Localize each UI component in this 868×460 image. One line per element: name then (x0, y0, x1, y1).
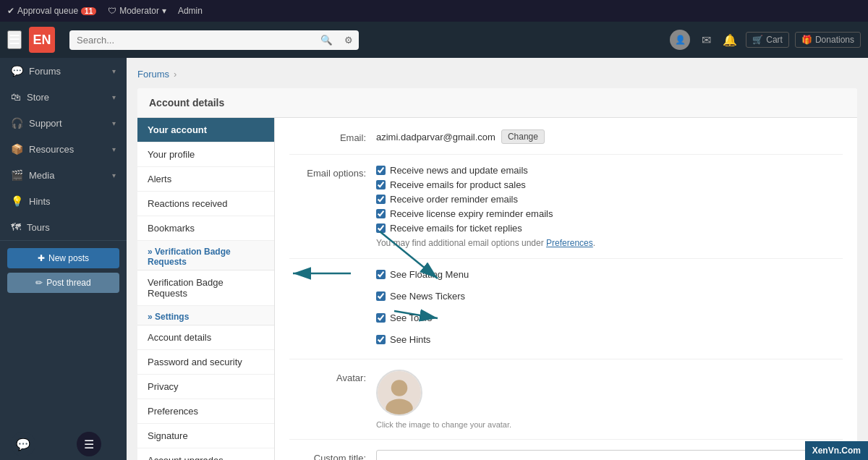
panel-nav-bookmarks[interactable]: Bookmarks (137, 216, 274, 241)
notifications-button[interactable]: 🔔 (720, 30, 740, 50)
see-tours-row: See Tours (289, 312, 843, 330)
forums-icon: 💬 (11, 65, 23, 77)
hamburger-button[interactable]: ☰ (7, 30, 22, 49)
new-posts-button[interactable]: ✚ New posts (7, 248, 119, 268)
donations-label: Donations (815, 35, 854, 45)
checkbox-tours: See Tours (376, 312, 843, 323)
tours-icon: 🗺 (11, 221, 21, 233)
panel-nav-signature[interactable]: Signature (137, 424, 274, 448)
sidebar-item-tours[interactable]: 🗺 Tours (0, 214, 127, 240)
breadcrumb-forums-link[interactable]: Forums (137, 69, 169, 80)
panel-nav-account-details[interactable]: Account details (137, 325, 274, 350)
panel-nav-reactions-received[interactable]: Reactions received (137, 192, 274, 216)
admin-item[interactable]: Admin (178, 6, 203, 16)
checkbox-order-reminder-input[interactable] (376, 195, 386, 204)
site-logo[interactable]: EN (29, 27, 55, 53)
checkbox-hints: See Hints (376, 334, 843, 345)
panel-nav-verification-item[interactable]: Verification Badge Requests (137, 271, 274, 306)
email-row: azimi.dadparvar@gmail.com Change (376, 129, 843, 144)
checkbox-ticket-replies-input[interactable] (376, 223, 386, 233)
checkbox-news-updates-input[interactable] (376, 166, 386, 175)
email-options-form-row: Email options: Receive news and update e… (289, 165, 843, 259)
news-tickers-row: See News Tickers (289, 291, 843, 308)
top-bar: ✔ Approval queue 11 🛡 Moderator ▾ Admin (0, 0, 868, 22)
checkbox-floating-menu-input[interactable] (376, 270, 386, 279)
search-button[interactable]: 🔍 (315, 30, 339, 50)
email-note: You may find additional email options un… (376, 238, 843, 248)
hints-label: Hints (29, 196, 116, 207)
email-label: Email: (289, 129, 376, 143)
checkbox-hints-input[interactable] (376, 335, 386, 344)
chevron-support: ▾ (112, 119, 116, 127)
settings-section-link[interactable]: » Settings (148, 312, 189, 322)
avatar-caption: Click the image to change your avatar. (376, 420, 843, 429)
moderator-item[interactable]: 🛡 Moderator ▾ (108, 6, 166, 16)
checkbox-tours-label: See Tours (390, 312, 432, 323)
donations-button[interactable]: 🎁 Donations (795, 32, 861, 48)
verification-section-link[interactable]: » Verification Badge Requests (148, 247, 231, 267)
checkbox-product-sales-input[interactable] (376, 180, 386, 189)
sidebar-item-forums[interactable]: 💬 Forums ▾ (0, 58, 127, 84)
checkbox-license-expiry-input[interactable] (376, 209, 386, 218)
checkbox-news-tickers-input[interactable] (376, 291, 386, 301)
edit-icon: ✏ (35, 278, 43, 288)
breadcrumb-separator: › (174, 69, 176, 80)
panel-nav-settings-section[interactable]: » Settings (137, 306, 274, 325)
checkbox-tours-input[interactable] (376, 313, 386, 323)
custom-title-input[interactable] (376, 450, 843, 460)
support-label: Support (29, 118, 112, 129)
approval-queue-item[interactable]: ✔ Approval queue 11 (7, 6, 96, 16)
forums-label: Forums (29, 66, 112, 77)
change-email-button[interactable]: Change (501, 129, 545, 144)
bottom-right-icons: ☰ (77, 432, 101, 456)
checkbox-ticket-replies-label: Receive emails for ticket replies (390, 223, 522, 234)
post-thread-button[interactable]: ✏ Post thread (7, 273, 119, 293)
resources-icon: 📦 (11, 143, 23, 155)
svg-point-1 (391, 380, 408, 396)
store-label: Store (27, 92, 112, 103)
panel-nav-your-profile[interactable]: Your profile (137, 142, 274, 167)
checkbox-hints-label: See Hints (390, 334, 430, 345)
preferences-link[interactable]: Preferences (546, 238, 593, 248)
media-label: Media (29, 170, 112, 181)
sidebar-item-store[interactable]: 🛍 Store ▾ (0, 84, 127, 110)
checkbox-ticket-replies: Receive emails for ticket replies (376, 223, 843, 234)
avatar-value: Click the image to change your avatar. (376, 370, 843, 429)
custom-title-value: If specified, this will replace the titl… (376, 450, 843, 460)
sidebar-item-media[interactable]: 🎬 Media ▾ (0, 162, 127, 188)
cart-button[interactable]: 🛒 Cart (746, 32, 789, 48)
sidebar-item-hints[interactable]: 💡 Hints (0, 188, 127, 214)
checkbox-news-tickers: See News Tickers (376, 291, 843, 302)
checkbox-license-expiry: Receive license expiry reminder emails (376, 208, 843, 219)
chevron-forums: ▾ (112, 67, 116, 75)
layout: 💬 Forums ▾ 🛍 Store ▾ 🎧 Support ▾ 📦 Resou… (0, 58, 868, 460)
panel-nav-your-account[interactable]: Your account (137, 118, 274, 142)
floating-menu-button[interactable]: ☰ (77, 432, 101, 456)
main-nav: ☰ EN 🔍 ⚙ 👤 ✉ 🔔 🛒 Cart 🎁 Donations (0, 22, 868, 58)
chat-button[interactable]: 💬 (11, 432, 35, 456)
checkbox-order-reminder-label: Receive order reminder emails (390, 194, 518, 205)
approval-queue-label: Approval queue (17, 6, 78, 16)
approval-badge: 11 (81, 7, 96, 15)
sidebar-item-support[interactable]: 🎧 Support ▾ (0, 110, 127, 136)
messages-button[interactable]: ✉ (699, 30, 714, 50)
search-settings-button[interactable]: ⚙ (339, 30, 359, 50)
moderator-label: Moderator (119, 6, 159, 16)
panel-nav-password-security[interactable]: Password and security (137, 350, 274, 375)
email-form-row: Email: azimi.dadparvar@gmail.com Change (289, 129, 843, 155)
avatar-image[interactable] (376, 370, 422, 416)
resources-label: Resources (29, 144, 112, 155)
panel-nav-verification-section[interactable]: » Verification Badge Requests (137, 241, 274, 271)
new-posts-label: New posts (48, 253, 89, 263)
search-input[interactable] (69, 30, 315, 50)
sidebar-item-resources[interactable]: 📦 Resources ▾ (0, 136, 127, 162)
panel-nav-privacy[interactable]: Privacy (137, 375, 274, 399)
checkbox-news-updates-label: Receive news and update emails (390, 165, 528, 176)
panel-nav-preferences[interactable]: Preferences (137, 399, 274, 424)
panel-nav-account-upgrades[interactable]: Account upgrades (137, 448, 274, 460)
sidebar-actions: ✚ New posts ✏ Post thread (0, 241, 127, 300)
cart-icon: 🛒 (752, 35, 763, 45)
user-avatar-button[interactable]: 👤 (667, 27, 693, 53)
panel-nav-alerts[interactable]: Alerts (137, 167, 274, 192)
chevron-resources: ▾ (112, 145, 116, 153)
